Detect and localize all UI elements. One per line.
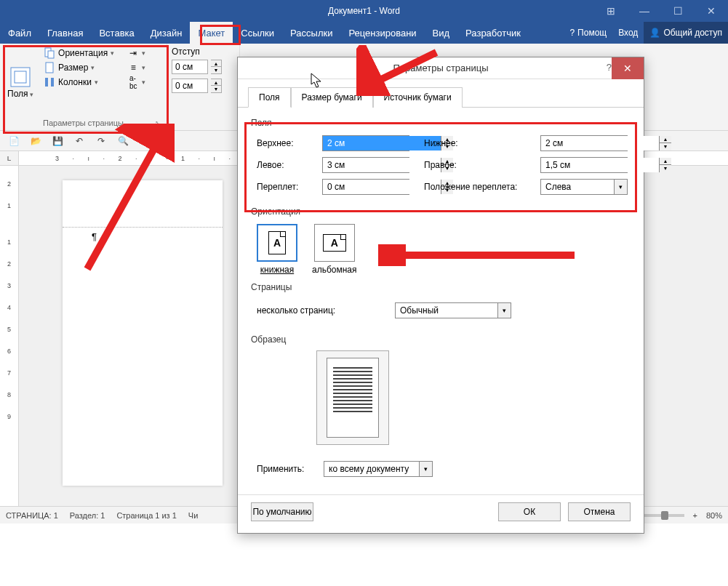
tab-insert[interactable]: Вставка — [91, 22, 142, 44]
page-setup-dialog: Параметры страницы ? ✕ Поля Размер бумаг… — [237, 57, 644, 534]
indent-right-input[interactable]: ▲▼ — [172, 79, 235, 93]
breaks-icon: ⇥ — [127, 47, 139, 59]
login-button[interactable]: Вход — [612, 22, 644, 44]
qat-open-icon[interactable]: 📂 — [28, 133, 44, 149]
cancel-button[interactable]: Отмена — [568, 502, 631, 521]
zoom-plus-icon[interactable]: + — [693, 511, 697, 520]
svg-rect-4 — [46, 63, 53, 73]
left-input[interactable]: ▲▼ — [322, 157, 409, 173]
status-page[interactable]: СТРАНИЦА: 1 — [6, 511, 58, 520]
top-input[interactable]: ▲▼ — [322, 135, 409, 151]
tab-review[interactable]: Рецензировани — [340, 22, 424, 44]
line-numbers-button[interactable]: ≡ — [124, 61, 148, 74]
qat-new-icon[interactable]: 📄 — [6, 133, 22, 149]
chevron-down-icon: ▾ — [614, 180, 627, 194]
section-fields-label: Поля — [251, 118, 631, 128]
gutter-label: Переплет: — [257, 182, 308, 192]
orientation-portrait-button[interactable]: A книжная — [257, 224, 297, 275]
qat-redo-icon[interactable]: ↷ — [93, 133, 109, 149]
tab-references[interactable]: Ссылки — [233, 22, 282, 44]
window-titlebar: Документ1 - Word ⊞ — ☐ ✕ — [0, 0, 728, 22]
minimize-icon[interactable]: — — [628, 0, 661, 22]
account-icon[interactable]: ⊞ — [594, 0, 628, 22]
tab-view[interactable]: Вид — [425, 22, 458, 44]
section-sample-label: Образец — [251, 334, 631, 345]
status-pageof[interactable]: Страница 1 из 1 — [116, 511, 176, 520]
gutter-pos-combo[interactable]: Слева▾ — [540, 179, 628, 195]
dialog-title-text: Параметры страницы — [393, 63, 488, 73]
columns-button[interactable]: Колонки — [41, 76, 117, 89]
right-input[interactable]: ▲▼ — [540, 157, 628, 173]
section-pages-label: Страницы — [251, 282, 631, 292]
help-button[interactable]: ?Помощ — [564, 22, 612, 44]
chevron-down-icon: ▾ — [497, 303, 511, 318]
tab-developer[interactable]: Разработчик — [457, 22, 529, 44]
dialog-tab-source[interactable]: Источник бумаги — [373, 87, 463, 108]
dialog-close-icon[interactable]: ✕ — [612, 57, 644, 79]
dialog-titlebar[interactable]: Параметры страницы ? ✕ — [238, 57, 644, 79]
svg-rect-6 — [51, 78, 54, 87]
status-chars[interactable]: Чи — [188, 511, 198, 520]
dialog-help-icon[interactable]: ? — [607, 62, 612, 73]
hyphenation-icon: a-bc — [127, 76, 139, 88]
qat-template-icon[interactable]: ⊞ — [137, 133, 153, 149]
ok-button[interactable]: ОК — [498, 502, 561, 521]
svg-rect-5 — [45, 78, 48, 87]
margins-icon — [9, 65, 32, 89]
indent-label: Отступ — [172, 47, 235, 57]
dialog-tabs: Поля Размер бумаги Источник бумаги — [238, 79, 644, 108]
right-label: Правое: — [424, 160, 526, 170]
multi-pages-label: несколько страниц: — [257, 305, 380, 316]
qat-save-icon[interactable]: 💾 — [49, 133, 65, 149]
size-button[interactable]: Размер — [41, 61, 117, 74]
size-icon — [44, 62, 55, 73]
tab-design[interactable]: Дизайн — [143, 22, 191, 44]
gutter-pos-label: Положение переплета: — [424, 182, 526, 192]
share-button[interactable]: 👤Общий доступ — [644, 22, 728, 44]
columns-icon — [44, 76, 55, 88]
window-title: Документ1 - Word — [328, 6, 400, 16]
indent-left-input[interactable]: ▲▼ — [172, 60, 235, 74]
dialog-tab-paper[interactable]: Размер бумаги — [291, 87, 373, 108]
svg-rect-3 — [48, 51, 54, 58]
breaks-button[interactable]: ⇥ — [124, 47, 148, 60]
margins-button[interactable]: Поля — [4, 47, 36, 117]
page-setup-expander-icon[interactable]: ⤡ — [155, 119, 161, 127]
chevron-down-icon: ▾ — [419, 462, 432, 476]
multi-pages-combo[interactable]: Обычный▾ — [395, 302, 511, 318]
pilcrow-icon: ¶ — [92, 231, 97, 242]
tab-file[interactable]: Файл — [0, 22, 39, 44]
bottom-input[interactable]: ▲▼ — [540, 135, 628, 151]
orientation-icon — [44, 47, 55, 59]
tab-layout[interactable]: Макет — [190, 22, 233, 44]
dialog-tab-margins[interactable]: Поля — [248, 87, 291, 108]
apply-label: Применить: — [257, 464, 315, 474]
status-section[interactable]: Раздел: 1 — [70, 511, 105, 520]
close-icon[interactable]: ✕ — [695, 0, 728, 22]
maximize-icon[interactable]: ☐ — [661, 0, 695, 22]
document-page[interactable]: ¶ — [63, 180, 223, 486]
vertical-ruler[interactable]: 2 1 1 2 3 4 5 6 7 8 9 — [0, 166, 19, 515]
zoom-slider[interactable] — [641, 514, 684, 517]
mouse-cursor-icon — [311, 73, 324, 92]
qat-undo-icon[interactable]: ↶ — [71, 133, 87, 149]
ribbon-tabs: Файл Главная Вставка Дизайн Макет Ссылки… — [0, 22, 728, 44]
tab-home[interactable]: Главная — [39, 22, 91, 44]
default-button[interactable]: По умолчанию — [251, 502, 313, 521]
page-setup-group-label: Параметры страницы ⤡ — [4, 117, 162, 127]
hyphenation-button[interactable]: a-bc — [124, 76, 148, 89]
orientation-landscape-button[interactable]: A альбомная — [312, 224, 357, 275]
bottom-label: Нижнее: — [424, 138, 526, 148]
qat-table-icon[interactable]: ▦ — [159, 133, 175, 149]
ruler-corner: L — [0, 151, 19, 166]
top-label: Верхнее: — [257, 138, 308, 148]
gutter-input[interactable]: ▲▼ — [322, 179, 409, 195]
svg-rect-0 — [11, 68, 30, 87]
zoom-value[interactable]: 80% — [706, 511, 722, 520]
tab-mailings[interactable]: Рассылки — [282, 22, 340, 44]
apply-combo[interactable]: ко всему документу▾ — [324, 461, 433, 477]
sample-preview — [316, 350, 389, 445]
qat-preview-icon[interactable]: 🔍 — [115, 133, 131, 149]
section-orient-label: Ориентация — [251, 206, 631, 217]
orientation-button[interactable]: Ориентация — [41, 47, 117, 60]
